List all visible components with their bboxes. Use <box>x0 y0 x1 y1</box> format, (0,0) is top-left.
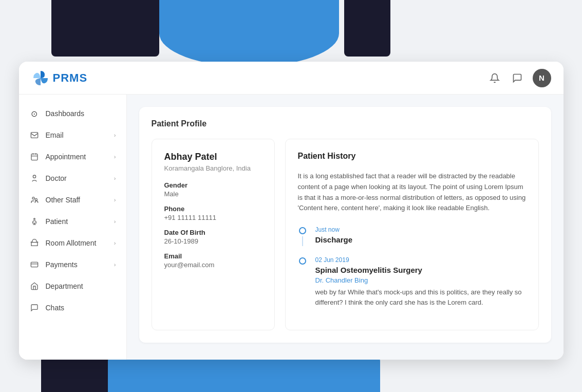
logo-text: PRMS <box>53 71 88 85</box>
doctor-icon <box>29 173 40 183</box>
page-title: Patient Profile <box>152 119 539 128</box>
svg-rect-0 <box>31 133 37 138</box>
sidebar-item-label: Other Staff <box>46 196 108 204</box>
history-card: Patient History It is a long established… <box>285 139 539 330</box>
profile-layout: Abhay Patel Koramangala Banglore, India … <box>152 139 539 330</box>
dob-value: 26-10-1989 <box>164 237 262 245</box>
patient-info-card: Abhay Patel Koramangala Banglore, India … <box>152 139 275 330</box>
sidebar-item-label: Patient <box>46 217 108 226</box>
chevron-icon: › <box>114 262 116 268</box>
timeline-line <box>302 236 303 246</box>
sidebar-item-chats[interactable]: Chats <box>19 297 126 319</box>
timeline-date: 02 Jun 2019 <box>315 256 526 264</box>
chevron-icon: › <box>114 218 116 225</box>
timeline: Just now Discharge 02 Jun 2019 <box>298 226 526 307</box>
timeline-dot-col <box>298 226 307 246</box>
logo-icon <box>31 69 50 87</box>
chevron-icon: › <box>114 240 116 246</box>
logo-area: PRMS <box>31 69 88 87</box>
phone-value: +91 11111 11111 <box>164 214 262 221</box>
sidebar-item-label: Doctor <box>46 174 108 182</box>
timeline-event-title: Discharge <box>315 235 526 244</box>
main-content: Patient Profile Abhay Patel Koramangala … <box>127 95 564 360</box>
svg-point-2 <box>33 175 35 178</box>
chat-icon[interactable] <box>510 71 524 85</box>
room-allotment-icon <box>29 238 40 248</box>
chevron-icon: › <box>114 197 116 203</box>
app-body: ⊙ Dashboards Email › <box>19 95 564 360</box>
user-avatar[interactable]: N <box>533 69 551 87</box>
chats-icon <box>29 303 40 313</box>
dob-label: Date Of Birth <box>164 229 262 236</box>
sidebar-item-doctor[interactable]: Doctor › <box>19 167 126 189</box>
dob-field: Date Of Birth 26-10-1989 <box>164 229 262 245</box>
timeline-dot <box>299 227 306 234</box>
timeline-dot-col <box>298 256 307 307</box>
sidebar-item-other-staff[interactable]: Other Staff › <box>19 189 126 211</box>
payments-icon <box>29 259 40 270</box>
sidebar-item-room-allotment[interactable]: Room Allotment › <box>19 232 126 254</box>
patient-name: Abhay Patel <box>164 152 262 162</box>
timeline-item: Just now Discharge <box>298 226 526 246</box>
department-icon <box>29 281 40 291</box>
page-card: Patient Profile Abhay Patel Koramangala … <box>139 107 551 343</box>
app-wrapper: PRMS N ⊙ Dashboards <box>19 62 564 360</box>
other-staff-icon <box>29 195 40 205</box>
sidebar-item-label: Email <box>46 131 108 139</box>
dashboards-icon: ⊙ <box>29 108 40 119</box>
history-title: Patient History <box>298 152 526 161</box>
timeline-doctor: Dr. Chandler Bing <box>315 276 526 284</box>
email-value: your@email.com <box>164 261 262 269</box>
gender-value: Male <box>164 190 262 198</box>
sidebar-item-label: Room Allotment <box>46 239 108 247</box>
history-description: It is a long established fact that a rea… <box>298 171 526 214</box>
svg-rect-1 <box>31 154 37 160</box>
sidebar-item-payments[interactable]: Payments › <box>19 254 126 275</box>
app-header: PRMS N <box>19 62 564 95</box>
svg-point-4 <box>35 198 37 200</box>
timeline-content: 02 Jun 2019 Spinal Osteomyelitis Surgery… <box>315 256 526 307</box>
timeline-content: Just now Discharge <box>315 226 526 246</box>
timeline-dot <box>299 257 306 265</box>
sidebar-item-patient[interactable]: Patient › <box>19 211 126 232</box>
sidebar-item-label: Payments <box>46 260 108 269</box>
sidebar-item-email[interactable]: Email › <box>19 124 126 146</box>
gender-label: Gender <box>164 181 262 189</box>
timeline-date: Just now <box>315 226 526 233</box>
sidebar-item-label: Chats <box>46 304 116 312</box>
patient-location: Koramangala Banglore, India <box>164 164 262 172</box>
sidebar: ⊙ Dashboards Email › <box>19 95 127 360</box>
patient-icon <box>29 216 40 227</box>
sidebar-item-label: Department <box>46 282 116 290</box>
phone-label: Phone <box>164 205 262 213</box>
sidebar-item-department[interactable]: Department <box>19 275 126 297</box>
header-right: N <box>487 69 551 87</box>
sidebar-item-appointment[interactable]: Appointment › <box>19 146 126 167</box>
sidebar-item-label: Appointment <box>46 153 108 161</box>
svg-point-5 <box>33 218 35 220</box>
email-label: Email <box>164 252 262 260</box>
notification-icon[interactable] <box>487 71 502 85</box>
timeline-event-desc: web by far While that's mock-ups and thi… <box>315 287 526 307</box>
timeline-event-title: Spinal Osteomyelitis Surgery <box>315 266 526 274</box>
sidebar-item-label: Dashboards <box>46 109 116 118</box>
appointment-icon <box>29 152 40 162</box>
timeline-item: 02 Jun 2019 Spinal Osteomyelitis Surgery… <box>298 256 526 307</box>
email-icon <box>29 130 40 140</box>
svg-point-3 <box>32 197 34 199</box>
sidebar-item-dashboards[interactable]: ⊙ Dashboards <box>19 103 126 124</box>
email-field: Email your@email.com <box>164 252 262 269</box>
chevron-icon: › <box>114 154 116 160</box>
chevron-icon: › <box>114 175 116 181</box>
chevron-icon: › <box>114 132 116 138</box>
gender-field: Gender Male <box>164 181 262 198</box>
svg-rect-6 <box>31 262 37 267</box>
phone-field: Phone +91 11111 11111 <box>164 205 262 221</box>
